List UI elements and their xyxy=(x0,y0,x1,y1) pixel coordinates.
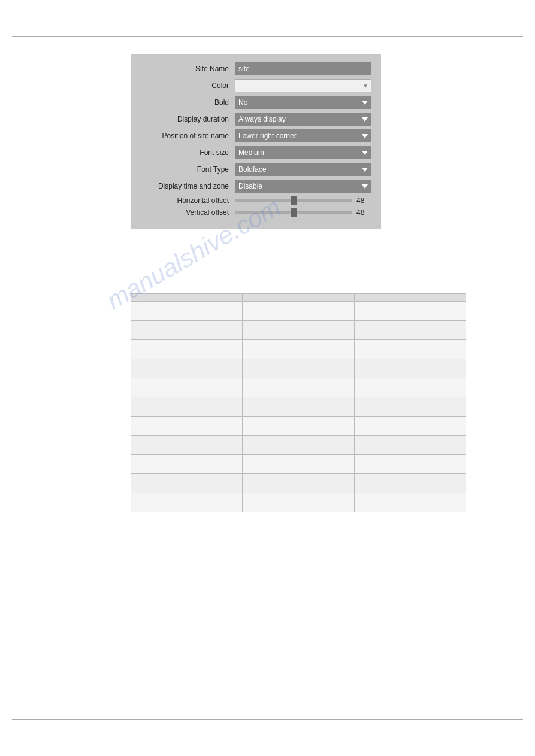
site-name-input[interactable] xyxy=(235,62,371,75)
vertical-offset-thumb[interactable] xyxy=(291,208,297,217)
table-cell xyxy=(131,455,243,474)
table-container xyxy=(131,293,466,512)
table-cell xyxy=(131,436,243,455)
vertical-offset-value: 48 xyxy=(356,208,371,217)
position-dropdown-arrow xyxy=(362,134,368,138)
table-cell xyxy=(131,474,243,493)
font-type-row: Font Type Boldface xyxy=(140,163,371,176)
table-cell xyxy=(354,493,466,512)
table-cell xyxy=(354,417,466,436)
table-header-row xyxy=(131,294,466,302)
table-cell xyxy=(243,436,354,455)
table-cell xyxy=(243,474,354,493)
table-cell xyxy=(243,321,354,340)
bold-dropdown-text: No xyxy=(238,98,247,107)
site-name-value xyxy=(235,62,371,75)
table-row xyxy=(131,436,466,455)
display-duration-value: Always display xyxy=(235,113,371,126)
table-cell xyxy=(131,359,243,378)
display-duration-dropdown-text: Always display xyxy=(238,115,286,123)
table-cell xyxy=(354,321,466,340)
display-duration-dropdown-arrow xyxy=(362,117,368,122)
table-cell xyxy=(354,302,466,321)
table-row xyxy=(131,378,466,397)
font-type-value: Boldface xyxy=(235,163,371,176)
table-cell xyxy=(243,397,354,417)
display-time-dropdown[interactable]: Disable xyxy=(235,180,371,193)
position-label: Position of site name xyxy=(140,132,235,140)
color-value: ▼ xyxy=(235,79,371,92)
display-time-row: Display time and zone Disable xyxy=(140,180,371,193)
table-cell xyxy=(131,397,243,417)
table-cell xyxy=(131,417,243,436)
table-col-header-3 xyxy=(354,294,466,302)
horizontal-offset-thumb[interactable] xyxy=(291,196,297,205)
vertical-offset-row: Vertical offset 48 xyxy=(140,208,371,217)
font-type-dropdown-text: Boldface xyxy=(238,165,267,174)
display-duration-row: Display duration Always display xyxy=(140,113,371,126)
table-cell xyxy=(354,474,466,493)
table-row xyxy=(131,340,466,359)
font-size-value: Medium xyxy=(235,146,371,159)
table-cell xyxy=(131,321,243,340)
table-cell xyxy=(131,493,243,512)
table-cell xyxy=(243,378,354,397)
font-size-dropdown[interactable]: Medium xyxy=(235,146,371,159)
font-type-label: Font Type xyxy=(140,165,235,174)
table-row xyxy=(131,455,466,474)
bold-dropdown-arrow xyxy=(362,101,368,105)
horizontal-offset-label: Horizontal offset xyxy=(140,196,235,205)
table-cell xyxy=(131,340,243,359)
display-time-dropdown-arrow xyxy=(362,184,368,189)
bold-value: No xyxy=(235,96,371,109)
display-duration-label: Display duration xyxy=(140,115,235,123)
horizontal-offset-value: 48 xyxy=(356,196,371,205)
bold-dropdown[interactable]: No xyxy=(235,96,371,109)
table-row xyxy=(131,474,466,493)
position-dropdown[interactable]: Lower right corner xyxy=(235,129,371,142)
table-col-header-1 xyxy=(131,294,243,302)
font-type-dropdown[interactable]: Boldface xyxy=(235,163,371,176)
table-cell xyxy=(243,493,354,512)
color-row: Color ▼ xyxy=(140,79,371,92)
table-row xyxy=(131,417,466,436)
site-name-row: Site Name xyxy=(140,62,371,75)
vertical-offset-label: Vertical offset xyxy=(140,208,235,217)
table-cell xyxy=(354,378,466,397)
table-cell xyxy=(243,455,354,474)
position-value: Lower right corner xyxy=(235,129,371,142)
table-cell xyxy=(131,378,243,397)
font-size-dropdown-text: Medium xyxy=(238,148,264,157)
position-dropdown-text: Lower right corner xyxy=(238,132,297,140)
data-table xyxy=(131,293,466,512)
table-row xyxy=(131,302,466,321)
font-size-label: Font size xyxy=(140,148,235,157)
font-size-row: Font size Medium xyxy=(140,146,371,159)
table-cell xyxy=(243,340,354,359)
color-label: Color xyxy=(140,81,235,90)
horizontal-offset-track xyxy=(235,199,352,202)
table-cell xyxy=(354,436,466,455)
font-type-dropdown-arrow xyxy=(362,168,368,172)
table-cell xyxy=(354,340,466,359)
table-row xyxy=(131,397,466,417)
table-cell xyxy=(131,302,243,321)
bold-label: Bold xyxy=(140,98,235,107)
color-input[interactable]: ▼ xyxy=(235,79,371,92)
table-row xyxy=(131,493,466,512)
table-row xyxy=(131,359,466,378)
table-col-header-2 xyxy=(243,294,354,302)
table-row xyxy=(131,321,466,340)
table-cell xyxy=(354,455,466,474)
horizontal-offset-row: Horizontal offset 48 xyxy=(140,196,371,205)
display-time-dropdown-text: Disable xyxy=(238,182,262,190)
table-cell xyxy=(354,359,466,378)
table-cell xyxy=(243,417,354,436)
display-duration-dropdown[interactable]: Always display xyxy=(235,113,371,126)
font-size-dropdown-arrow xyxy=(362,151,368,155)
site-name-label: Site Name xyxy=(140,65,235,73)
settings-panel: Site Name Color ▼ Bold No Display durati… xyxy=(131,54,381,229)
table-cell xyxy=(354,397,466,417)
position-row: Position of site name Lower right corner xyxy=(140,129,371,142)
table-cell xyxy=(243,359,354,378)
